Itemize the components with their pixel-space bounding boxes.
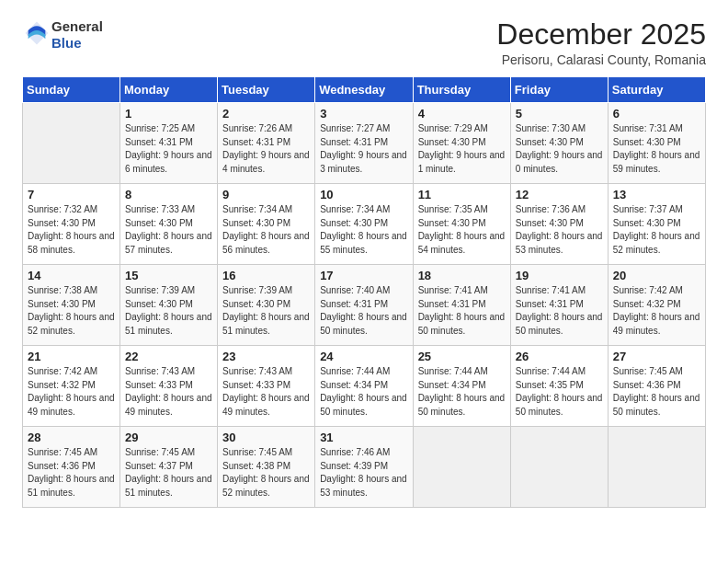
calendar-cell: 27Sunrise: 7:45 AM Sunset: 4:36 PM Dayli… xyxy=(608,346,705,427)
cell-content: Sunrise: 7:39 AM Sunset: 4:30 PM Dayligh… xyxy=(222,284,310,338)
day-header-thursday: Thursday xyxy=(413,77,510,103)
day-header-friday: Friday xyxy=(510,77,608,103)
day-number: 19 xyxy=(516,269,603,282)
calendar-cell: 15Sunrise: 7:39 AM Sunset: 4:30 PM Dayli… xyxy=(120,265,218,346)
day-number: 22 xyxy=(125,350,212,363)
week-row-3: 14Sunrise: 7:38 AM Sunset: 4:30 PM Dayli… xyxy=(23,265,706,346)
cell-content: Sunrise: 7:45 AM Sunset: 4:38 PM Dayligh… xyxy=(222,446,310,500)
calendar-cell: 29Sunrise: 7:45 AM Sunset: 4:37 PM Dayli… xyxy=(120,427,218,508)
calendar-body: 1Sunrise: 7:25 AM Sunset: 4:31 PM Daylig… xyxy=(23,103,706,508)
calendar-cell: 1Sunrise: 7:25 AM Sunset: 4:31 PM Daylig… xyxy=(120,103,218,184)
calendar-header-row: SundayMondayTuesdayWednesdayThursdayFrid… xyxy=(23,77,706,103)
week-row-4: 21Sunrise: 7:42 AM Sunset: 4:32 PM Dayli… xyxy=(23,346,706,427)
day-number: 18 xyxy=(418,269,506,282)
calendar-cell: 8Sunrise: 7:33 AM Sunset: 4:30 PM Daylig… xyxy=(120,184,218,265)
day-number: 24 xyxy=(320,350,407,363)
cell-content: Sunrise: 7:42 AM Sunset: 4:32 PM Dayligh… xyxy=(613,284,700,338)
calendar-cell xyxy=(510,427,608,508)
day-number: 20 xyxy=(613,269,700,282)
week-row-2: 7Sunrise: 7:32 AM Sunset: 4:30 PM Daylig… xyxy=(23,184,706,265)
cell-content: Sunrise: 7:32 AM Sunset: 4:30 PM Dayligh… xyxy=(28,203,115,257)
day-number: 4 xyxy=(418,107,506,121)
cell-content: Sunrise: 7:40 AM Sunset: 4:31 PM Dayligh… xyxy=(320,284,407,338)
calendar-cell: 25Sunrise: 7:44 AM Sunset: 4:34 PM Dayli… xyxy=(413,346,510,427)
calendar-cell xyxy=(608,427,705,508)
cell-content: Sunrise: 7:42 AM Sunset: 4:32 PM Dayligh… xyxy=(28,365,115,419)
calendar-cell: 20Sunrise: 7:42 AM Sunset: 4:32 PM Dayli… xyxy=(608,265,705,346)
calendar-cell: 9Sunrise: 7:34 AM Sunset: 4:30 PM Daylig… xyxy=(218,184,315,265)
cell-content: Sunrise: 7:41 AM Sunset: 4:31 PM Dayligh… xyxy=(516,284,603,338)
day-number: 14 xyxy=(28,269,115,282)
day-number: 30 xyxy=(222,431,310,444)
calendar-cell: 17Sunrise: 7:40 AM Sunset: 4:31 PM Dayli… xyxy=(315,265,413,346)
calendar-cell: 5Sunrise: 7:30 AM Sunset: 4:30 PM Daylig… xyxy=(510,103,608,184)
day-number: 25 xyxy=(418,350,506,363)
calendar-cell: 13Sunrise: 7:37 AM Sunset: 4:30 PM Dayli… xyxy=(608,184,705,265)
week-row-1: 1Sunrise: 7:25 AM Sunset: 4:31 PM Daylig… xyxy=(23,103,706,184)
calendar-cell: 26Sunrise: 7:44 AM Sunset: 4:35 PM Dayli… xyxy=(510,346,608,427)
cell-content: Sunrise: 7:27 AM Sunset: 4:31 PM Dayligh… xyxy=(320,122,407,176)
calendar-cell: 2Sunrise: 7:26 AM Sunset: 4:31 PM Daylig… xyxy=(218,103,315,184)
calendar-cell: 21Sunrise: 7:42 AM Sunset: 4:32 PM Dayli… xyxy=(23,346,120,427)
calendar-cell: 22Sunrise: 7:43 AM Sunset: 4:33 PM Dayli… xyxy=(120,346,218,427)
calendar-cell: 14Sunrise: 7:38 AM Sunset: 4:30 PM Dayli… xyxy=(23,265,120,346)
day-header-wednesday: Wednesday xyxy=(315,77,413,103)
calendar-cell: 10Sunrise: 7:34 AM Sunset: 4:30 PM Dayli… xyxy=(315,184,413,265)
cell-content: Sunrise: 7:25 AM Sunset: 4:31 PM Dayligh… xyxy=(125,122,212,176)
day-number: 27 xyxy=(613,350,700,363)
cell-content: Sunrise: 7:45 AM Sunset: 4:36 PM Dayligh… xyxy=(613,365,700,419)
logo-icon xyxy=(24,20,50,46)
cell-content: Sunrise: 7:36 AM Sunset: 4:30 PM Dayligh… xyxy=(516,203,603,257)
day-number: 10 xyxy=(320,188,407,201)
cell-content: Sunrise: 7:26 AM Sunset: 4:31 PM Dayligh… xyxy=(222,122,310,176)
day-number: 16 xyxy=(222,269,310,282)
calendar-cell: 28Sunrise: 7:45 AM Sunset: 4:36 PM Dayli… xyxy=(23,427,120,508)
logo-general: General xyxy=(51,18,103,35)
cell-content: Sunrise: 7:33 AM Sunset: 4:30 PM Dayligh… xyxy=(125,203,212,257)
day-number: 29 xyxy=(125,431,212,444)
calendar-cell: 31Sunrise: 7:46 AM Sunset: 4:39 PM Dayli… xyxy=(315,427,413,508)
location-subtitle: Perisoru, Calarasi County, Romania xyxy=(496,52,706,67)
cell-content: Sunrise: 7:43 AM Sunset: 4:33 PM Dayligh… xyxy=(222,365,310,419)
day-header-saturday: Saturday xyxy=(608,77,705,103)
cell-content: Sunrise: 7:44 AM Sunset: 4:34 PM Dayligh… xyxy=(320,365,407,419)
calendar-cell: 6Sunrise: 7:31 AM Sunset: 4:30 PM Daylig… xyxy=(608,103,705,184)
day-header-sunday: Sunday xyxy=(23,77,120,103)
calendar-table: SundayMondayTuesdayWednesdayThursdayFrid… xyxy=(22,76,706,508)
day-number: 7 xyxy=(28,188,115,201)
day-number: 2 xyxy=(222,107,310,121)
day-header-monday: Monday xyxy=(120,77,218,103)
cell-content: Sunrise: 7:45 AM Sunset: 4:37 PM Dayligh… xyxy=(125,446,212,500)
day-number: 9 xyxy=(222,188,310,201)
cell-content: Sunrise: 7:46 AM Sunset: 4:39 PM Dayligh… xyxy=(320,446,407,500)
calendar-cell: 19Sunrise: 7:41 AM Sunset: 4:31 PM Dayli… xyxy=(510,265,608,346)
day-number: 23 xyxy=(222,350,310,363)
cell-content: Sunrise: 7:43 AM Sunset: 4:33 PM Dayligh… xyxy=(125,365,212,419)
day-number: 13 xyxy=(613,188,700,201)
calendar-cell: 4Sunrise: 7:29 AM Sunset: 4:30 PM Daylig… xyxy=(413,103,510,184)
cell-content: Sunrise: 7:30 AM Sunset: 4:30 PM Dayligh… xyxy=(516,122,603,176)
day-number: 31 xyxy=(320,431,407,444)
cell-content: Sunrise: 7:39 AM Sunset: 4:30 PM Dayligh… xyxy=(125,284,212,338)
cell-content: Sunrise: 7:34 AM Sunset: 4:30 PM Dayligh… xyxy=(222,203,310,257)
title-block: December 2025 Perisoru, Calarasi County,… xyxy=(496,18,706,67)
page-header: General Blue December 2025 Perisoru, Cal… xyxy=(22,18,706,67)
month-title: December 2025 xyxy=(496,18,706,51)
day-number: 12 xyxy=(516,188,603,201)
day-header-tuesday: Tuesday xyxy=(218,77,315,103)
calendar-cell: 18Sunrise: 7:41 AM Sunset: 4:31 PM Dayli… xyxy=(413,265,510,346)
calendar-cell: 7Sunrise: 7:32 AM Sunset: 4:30 PM Daylig… xyxy=(23,184,120,265)
calendar-cell: 30Sunrise: 7:45 AM Sunset: 4:38 PM Dayli… xyxy=(218,427,315,508)
day-number: 1 xyxy=(125,107,212,121)
cell-content: Sunrise: 7:31 AM Sunset: 4:30 PM Dayligh… xyxy=(613,122,700,176)
cell-content: Sunrise: 7:38 AM Sunset: 4:30 PM Dayligh… xyxy=(28,284,115,338)
day-number: 11 xyxy=(418,188,506,201)
calendar-cell: 23Sunrise: 7:43 AM Sunset: 4:33 PM Dayli… xyxy=(218,346,315,427)
day-number: 26 xyxy=(516,350,603,363)
calendar-cell: 11Sunrise: 7:35 AM Sunset: 4:30 PM Dayli… xyxy=(413,184,510,265)
day-number: 5 xyxy=(516,107,603,121)
calendar-cell: 16Sunrise: 7:39 AM Sunset: 4:30 PM Dayli… xyxy=(218,265,315,346)
cell-content: Sunrise: 7:29 AM Sunset: 4:30 PM Dayligh… xyxy=(418,122,506,176)
cell-content: Sunrise: 7:41 AM Sunset: 4:31 PM Dayligh… xyxy=(418,284,506,338)
calendar-cell: 3Sunrise: 7:27 AM Sunset: 4:31 PM Daylig… xyxy=(315,103,413,184)
